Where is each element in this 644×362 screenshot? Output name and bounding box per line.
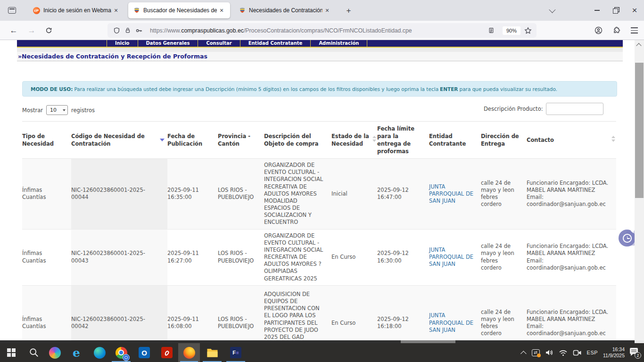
scrollbar-thumb[interactable] [635,63,644,198]
cell-entidad: JUNTA PARROQUIAL DE SAN JUAN [429,285,481,340]
bookmark-star-icon[interactable] [524,27,532,34]
cell-provincia: LOS RIOS - PUEBLOVIEJO [218,159,264,230]
key-permission-icon[interactable] [135,27,143,34]
windows-logo-icon [7,348,16,357]
cell-codigo: NIC-1260023860001-2025-00044 [71,159,167,230]
menu-item-entidad-contratante[interactable]: Entidad Contratante [240,40,311,47]
refresh-button[interactable] [41,24,56,37]
header-fecha-publicacion[interactable]: Fecha de Publicación [167,122,218,159]
acrobat-icon [161,347,173,358]
usage-note-banner: MODO DE USO: Para realizar una búsqueda … [22,81,617,97]
taskbar-fec-app-button[interactable]: F≡ [224,343,247,362]
taskbar-outlook-button[interactable]: O [133,343,156,362]
entidad-link[interactable]: JUNTA PARROQUIAL DE SAN JUAN [429,183,473,204]
cell-direccion: calle 24 de mayo y leon febres cordero [481,159,527,230]
clock[interactable]: 16:34 11/9/2025 [603,346,625,359]
copilot-icon [49,347,61,359]
firefox-view-button[interactable] [5,4,19,17]
windows-taskbar: e O F≡ ⇄ [0,343,644,362]
system-tray: ⇄ ESP 16:34 11/9/2025 2 [522,343,640,362]
close-tab-icon[interactable] [322,6,332,15]
taskbar-search-button[interactable] [23,343,45,362]
lock-icon[interactable] [124,27,131,34]
header-descripcion[interactable]: Descripción del Objeto de compra [264,122,331,159]
records-per-page-select[interactable]: 10 [46,105,68,115]
notification-count-badge: 2 [635,352,641,359]
close-tab-icon[interactable] [217,6,226,15]
tab-necesidades[interactable]: Necesidades de Contratación y [234,2,336,18]
cell-descripcion: ADQUISICION DE EQUIPOS DE PRESENTACION C… [264,285,331,340]
cell-fecha-publicacion: 2025-09-11 16:08:00 [167,285,218,340]
usage-note-label: MODO DE USO: [31,86,73,92]
restore-button[interactable] [606,0,625,21]
sync-app-icon[interactable]: ⇄ [532,349,540,356]
tab-title: Inicio de sesión en Webmail [43,7,111,14]
tab-title: Necesidades de Contratación y [249,7,322,14]
menu-item-inicio[interactable]: Inicio [107,40,138,47]
taskbar-edge-button[interactable] [88,343,111,362]
shield-icon[interactable] [113,27,120,34]
meet-now-icon[interactable] [573,349,582,356]
cell-fecha-publicacion: 2025-09-11 16:27:00 [167,229,218,285]
back-button[interactable]: ← [7,24,21,37]
cell-fecha-limite: 2025-09-12 16:30:00 [377,229,429,285]
entidad-link[interactable]: JUNTA PARROQUIAL DE SAN JUAN [429,312,473,333]
web-page: Inicio Datos Generales Consultar Entidad… [0,40,644,340]
tray-chevron-up-icon[interactable] [520,351,527,357]
list-all-tabs-icon[interactable] [542,0,561,21]
header-contacto[interactable]: Contacto [527,122,616,159]
cell-fecha-limite: 2025-09-12 16:47:00 [377,159,429,230]
edge-icon [94,347,106,359]
reader-mode-icon[interactable] [488,27,495,34]
scroll-up-icon[interactable] [636,43,641,48]
start-button[interactable] [0,343,23,362]
cell-tipo: Ínfimas Cuantías [22,229,71,285]
header-direccion[interactable]: Dirección de Entrega [481,122,527,159]
menu-item-datos-generales[interactable]: Datos Generales [138,40,198,47]
entidad-link[interactable]: JUNTA PARROQUIAL DE SAN JUAN [429,247,473,267]
cell-entidad: JUNTA PARROQUIAL DE SAN JUAN [429,229,481,285]
extensions-puzzle-icon[interactable] [609,24,623,37]
header-codigo[interactable]: Código de Necesidad de Contratación [71,122,167,159]
account-icon[interactable] [591,24,605,37]
page-title-bar: »Necesidades de Contratación y Recepción… [17,52,623,61]
header-fecha-limite[interactable]: Fecha límite para la entrega de proforma… [377,122,429,159]
volume-icon[interactable] [545,349,553,356]
cell-provincia: LOS RIOS - PUEBLOVIEJO [218,229,264,285]
fec-app-icon: F≡ [230,347,241,358]
language-indicator[interactable]: ESP [587,350,598,355]
descripcion-producto-input[interactable] [546,103,603,115]
close-window-button[interactable] [625,0,644,21]
notification-center-button[interactable]: 2 [630,348,640,357]
menu-item-administracion[interactable]: Administración [310,40,367,47]
header-estado[interactable]: Estado de la Necesidad [331,122,377,159]
new-tab-button[interactable] [342,4,355,17]
forward-button[interactable]: → [25,24,39,37]
close-tab-icon[interactable] [111,6,121,15]
url-bar[interactable]: https://www.compraspublicas.gob.ec/Proce… [107,23,537,38]
cell-entidad: JUNTA PARROQUIAL DE SAN JUAN [429,159,481,230]
taskbar-chrome-button[interactable] [110,343,132,362]
taskbar-firefox-button[interactable] [178,343,200,362]
outlook-icon: O [139,347,150,358]
zoom-level-badge[interactable]: 90% [503,26,520,35]
taskbar-ie-button[interactable]: e [65,343,88,362]
vertical-scrollbar[interactable] [635,40,644,340]
wifi-icon[interactable] [559,349,568,356]
header-entidad[interactable]: Entidad Contratante [429,122,481,159]
taskbar-acrobat-button[interactable] [156,343,178,362]
cell-contacto: Funcionario Encargado: LCDA. MABEL ARANA… [527,229,616,285]
cell-descripcion: ORGANIZADOR DE EVENTO CULTURAL - INTEGRA… [264,229,331,285]
menu-item-consultar[interactable]: Consultar [198,40,239,47]
table-row: Ínfimas Cuantías NIC-1260023860001-2025-… [22,285,616,340]
header-tipo[interactable]: Tipo de Necesidad [22,122,71,159]
taskbar-explorer-button[interactable] [201,343,223,362]
menu-hamburger-icon[interactable] [627,24,641,37]
tab-webmail[interactable]: cP Inicio de sesión en Webmail [28,2,124,18]
minimize-button[interactable] [587,0,606,21]
tab-buscador-active[interactable]: Buscador de Necesidades de Co [128,2,230,18]
header-strip [17,48,623,52]
window-controls [542,0,644,21]
header-provincia[interactable]: Provincia - Cantón [218,122,264,159]
taskbar-copilot-button[interactable] [43,343,66,362]
